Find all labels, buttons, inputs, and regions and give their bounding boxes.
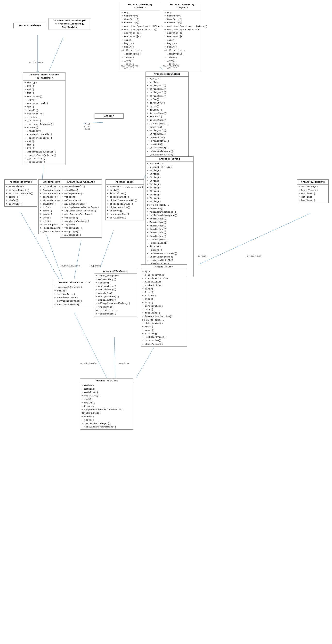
svg-line-12 xyxy=(114,337,115,378)
box-ref-title: Arccore::Ref< Arccore::ITraceMng > xyxy=(23,72,65,81)
box-arccore-string: Arccore::String - m_const_ptr - m_const_… xyxy=(146,156,194,277)
label-m-service-info: -m_service_info xyxy=(60,265,80,267)
box-stringimpl-members: - m_nb_ref - m_flags + StringImpl() + St… xyxy=(146,76,188,168)
box-mathlink-title: Arcane::mathlink xyxy=(80,378,133,383)
label-m-timer-mng: -m_timer_mng xyxy=(246,255,261,258)
box-iserviceinfo: Arcane::IServiceInfo + ~IServiceInfo() +… xyxy=(60,180,102,238)
box-isubdomain: Arcane::ISubDomain + throw_exception + m… xyxy=(94,269,137,316)
label-m-parent: -m_parent xyxy=(89,265,101,267)
box-corearray-byte: Arccore::CoreArray< Byte > - m_p + CoreA… xyxy=(163,2,201,70)
box-ibase-members: + ~IBase() + build() + initialize() + ob… xyxy=(106,184,144,220)
box-reftraitstag: Arccore::RefTraitsTagId< Arccore::ITrace… xyxy=(48,18,91,30)
box-isubdomain-title: Arcane::ISubDomain xyxy=(94,269,137,274)
box-itimermng: Arcane::ITimerMng + ~ITimerMng() + begin… xyxy=(297,180,328,203)
box-abstractservice-members: + ~AbstractService() + build() + service… xyxy=(53,285,96,307)
box-reftraitstag-title: Arccore::RefTraitsTagId< Arccore::ITrace… xyxy=(49,18,91,30)
box-iservice: Arcane::IService ~ ~IService() + service… xyxy=(4,180,37,206)
box-corearray-uchar: Arccore::CoreArray< UChar > - m_p + Core… xyxy=(120,2,160,70)
label-m-name: -m_name xyxy=(197,255,206,258)
box-arccore-string-title: Arccore::String xyxy=(146,157,193,162)
box-itimermng-title: Arcane::ITimerMng xyxy=(297,180,328,184)
box-integer: Integer xyxy=(94,114,124,119)
svg-line-11 xyxy=(74,313,107,378)
svg-line-1 xyxy=(48,38,63,72)
box-abstractservice-title: Arcane::AbstractService xyxy=(53,280,96,285)
box-timer: Arcane::Timer m_type - m_is_activated - … xyxy=(141,264,187,347)
label-dim: +Dim1+Dim2+Dim3 xyxy=(84,123,90,130)
box-refbase: Arccore::RefBase xyxy=(13,23,46,28)
label-m-utf8: -m_utf8_array xyxy=(162,65,179,67)
label-m-trace: -m_trace xyxy=(28,150,38,153)
box-timer-members: m_type - m_is_activated - m_activation_t… xyxy=(141,270,187,346)
box-stringimpl: Arccore::StringImpl - m_nb_ref - m_flags… xyxy=(146,72,189,168)
label-m-utf16: -m_utf16_array xyxy=(120,65,138,67)
box-refbase-title: Arccore::RefBase xyxy=(14,23,46,28)
diagram-container: Arccore::RefBase Arccore::RefTraitsTagId… xyxy=(0,0,332,644)
box-itimermng-members: + ~ITimerMng() + beginTimer() + endTimer… xyxy=(297,184,328,203)
label-m-instance: -m_Instance xyxy=(28,61,43,64)
box-corearray-byte-title: Arccore::CoreArray< Byte > xyxy=(163,2,201,10)
box-corearray-uchar-members: - m_p + CoreArray() + CoreArray() + Core… xyxy=(120,10,160,70)
box-mathlink-members: - mathenv - mathlink + mathlink() + ~mat… xyxy=(80,383,133,429)
box-stringimpl-title: Arccore::StringImpl xyxy=(146,72,188,76)
box-timer-title: Arcane::Timer xyxy=(141,264,187,270)
box-mathlink: Arcane::mathlink - mathenv - mathlink + … xyxy=(80,378,134,430)
box-integer-title: Integer xyxy=(95,114,124,118)
box-isubdomain-members: + throw_exception + mainFactory() + sess… xyxy=(94,274,137,316)
label-m-nb-activated: -m_nb_activated xyxy=(123,186,143,189)
label-m-p: -m_p xyxy=(160,150,165,153)
svg-line-9 xyxy=(74,240,81,280)
box-iservice-title: Arcane::IService xyxy=(4,180,37,184)
label-m-sub-domain: -m_sub_domain xyxy=(80,362,96,365)
box-iserviceinfo-title: Arcane::IServiceInfo xyxy=(60,180,102,184)
label-mathtmr: -mathtmr xyxy=(119,362,129,365)
box-ibase: Arcane::IBase + ~IBase() + build() + ini… xyxy=(106,180,144,220)
box-iserviceinfo-members: + ~IServiceInfo() + localName() + namesp… xyxy=(60,184,102,238)
box-ibase-title: Arcane::IBase xyxy=(106,180,144,184)
box-corearray-uchar-title: Arccore::CoreArray< UChar > xyxy=(120,2,160,10)
box-arccore-string-members: - m_const_ptr - m_const_ptr_size + Strin… xyxy=(146,162,193,276)
box-corearray-byte-members: - m_p + CoreArray() + CoreArray() + Core… xyxy=(163,10,201,70)
box-abstractservice: Arcane::AbstractService + ~AbstractServi… xyxy=(53,280,96,307)
box-iservice-members: ~ ~IService() + serviceParent() + servic… xyxy=(4,184,37,206)
